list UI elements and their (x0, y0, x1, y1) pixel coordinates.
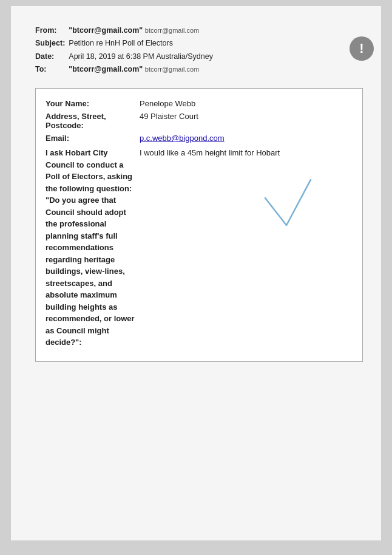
to-label: To: (35, 63, 69, 76)
from-bold: "btcorr@gmail.com" (69, 26, 143, 35)
email-label: Email: (46, 132, 140, 145)
question-label: I ask Hobart City Council to conduct a P… (46, 145, 140, 350)
alert-icon: ! (359, 41, 363, 56)
subject-label: Subject: (35, 37, 69, 50)
to-value: "btcorr@gmail.com" btcorr@gmail.com (69, 63, 215, 76)
email-link[interactable]: p.c.webb@bigpond.com (140, 134, 225, 143)
alert-badge: ! (350, 36, 374, 61)
email-value: p.c.webb@bigpond.com (140, 132, 353, 145)
to-small: btcorr@gmail.com (145, 66, 199, 73)
address-value: 49 Plaister Court (140, 110, 353, 132)
from-small: btcorr@gmail.com (145, 27, 199, 34)
address-label: Address, Street, Postcode: (46, 110, 140, 132)
question-response: I would like a 45m height limit for Hoba… (140, 145, 353, 350)
email-header: From: "btcorr@gmail.com" btcorr@gmail.co… (35, 24, 363, 76)
date-value: April 18, 2019 at 6:38 PM Australia/Sydn… (69, 50, 215, 63)
subject-value: Petition re HnH Poll of Electors (69, 37, 215, 50)
from-value: "btcorr@gmail.com" btcorr@gmail.com (69, 24, 215, 37)
form-box: Your Name: Penelope Webb Address, Street… (35, 88, 363, 362)
date-label: Date: (35, 50, 69, 63)
email-page: ! From: "btcorr@gmail.com" btcorr@gmail.… (11, 6, 381, 540)
your-name-value: Penelope Webb (140, 97, 353, 110)
your-name-label: Your Name: (46, 97, 140, 110)
to-bold: "btcorr@gmail.com" (69, 65, 143, 73)
from-label: From: (35, 24, 69, 37)
